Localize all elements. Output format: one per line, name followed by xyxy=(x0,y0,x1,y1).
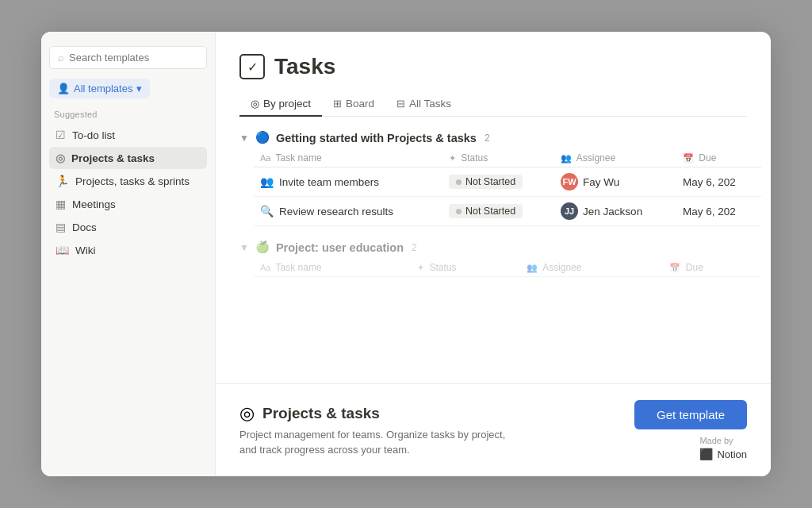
modal: ⌕ 👤 All templates ▾ Suggested ☑ To-do li… xyxy=(41,32,771,476)
assignee-cell: JJ Jen Jackson xyxy=(554,197,676,226)
tab-by-project-label: By project xyxy=(263,98,311,110)
page-title: Tasks xyxy=(274,54,335,79)
task-icon: 👥 xyxy=(260,175,274,188)
assignee-cell: FW Fay Wu xyxy=(554,167,676,197)
all-templates-button[interactable]: 👤 All templates ▾ xyxy=(49,79,150,98)
board-icon: ⊞ xyxy=(333,98,342,110)
status-cell: Not Started xyxy=(442,197,554,226)
meetings-icon: ▦ xyxy=(56,198,66,210)
project-name: Getting started with Projects & tasks xyxy=(276,132,477,144)
page-title-icon: ✓ xyxy=(239,54,265,79)
col-due-2: 📅 Due xyxy=(663,259,761,277)
page-title-row: ✓ Tasks xyxy=(239,54,747,79)
docs-icon: ▤ xyxy=(56,221,66,233)
sidebar-item-meetings[interactable]: ▦ Meetings xyxy=(49,193,207,215)
sidebar-item-meetings-label: Meetings xyxy=(72,198,116,210)
all-templates-person-icon: 👤 xyxy=(57,83,70,94)
project-header-user-education[interactable]: ▼ 🍏 Project: user education 2 xyxy=(239,241,747,254)
task-name-cell: 👥 Invite team members xyxy=(254,167,442,197)
main-content: ✓ Tasks ◎ By project ⊞ Board ⊟ All Tasks xyxy=(216,32,771,476)
sidebar-item-sprints-label: Projects, tasks & sprints xyxy=(75,175,190,187)
col-due: 📅 Due xyxy=(676,149,761,167)
tabs: ◎ By project ⊞ Board ⊟ All Tasks xyxy=(239,92,747,117)
col-task-name-label-2: Task name xyxy=(276,262,322,273)
todo-icon: ☑ xyxy=(56,129,66,141)
task-name-cell: 🔍 Review research results xyxy=(254,197,442,226)
sidebar-item-wiki-label: Wiki xyxy=(75,244,96,256)
project-group-user-education: ▼ 🍏 Project: user education 2 Aa Task na… xyxy=(239,241,747,277)
col-assignee-2: 👥 Assignee xyxy=(520,259,663,277)
main-scroll: ✓ Tasks ◎ By project ⊞ Board ⊟ All Tasks xyxy=(216,32,771,383)
tab-by-project[interactable]: ◎ By project xyxy=(239,92,322,117)
due-cell: May 6, 202 xyxy=(676,197,761,226)
chevron-down-icon: ▾ xyxy=(136,83,142,94)
all-tasks-icon: ⊟ xyxy=(396,98,405,110)
assignee-name: Fay Wu xyxy=(583,176,619,188)
get-template-button[interactable]: Get template xyxy=(634,400,747,429)
collapse-icon-2: ▼ xyxy=(239,242,249,253)
th-text-icon: Aa xyxy=(260,153,270,163)
task-table-getting-started: Aa Task name ✦ Status 👥 Assignee xyxy=(254,149,761,226)
all-templates-label: All templates xyxy=(74,83,132,94)
tab-board[interactable]: ⊞ Board xyxy=(322,92,385,117)
sidebar-item-todo[interactable]: ☑ To-do list xyxy=(49,124,207,146)
by-project-icon: ◎ xyxy=(251,98,259,110)
task-name: Review research results xyxy=(279,206,393,217)
task-table-user-education: Aa Task name ✦ Status 👥 Assignee xyxy=(254,259,761,277)
sidebar-item-docs-label: Docs xyxy=(72,221,97,233)
col-status-label-2: Status xyxy=(429,262,456,273)
status-label: Not Started xyxy=(465,206,515,217)
col-status-label: Status xyxy=(461,152,488,164)
status-dot xyxy=(456,179,462,185)
sidebar-item-wiki[interactable]: 📖 Wiki xyxy=(49,239,207,261)
col-task-name-label: Task name xyxy=(276,152,322,164)
sidebar-item-todo-label: To-do list xyxy=(72,129,115,141)
bottom-panel-title: Projects & tasks xyxy=(262,405,380,422)
sidebar-item-projects-sprints[interactable]: 🏃 Projects, tasks & sprints xyxy=(49,170,207,192)
project-name-2: Project: user education xyxy=(276,241,404,254)
bottom-right: Get template Made by ⬛ Notion xyxy=(634,400,747,460)
col-assignee-label-2: Assignee xyxy=(542,262,581,273)
sidebar-item-projects-tasks[interactable]: ◎ Projects & tasks xyxy=(49,147,207,169)
col-assignee-label: Assignee xyxy=(576,152,615,164)
project-count-2: 2 xyxy=(412,242,417,253)
wiki-icon: 📖 xyxy=(56,244,69,256)
bottom-panel-icon: ◎ xyxy=(239,403,255,424)
table-row[interactable]: 👥 Invite team members Not Started FW Fay… xyxy=(254,167,761,197)
table-row[interactable]: 🔍 Review research results Not Started JJ… xyxy=(254,197,761,226)
col-due-label: Due xyxy=(699,152,716,164)
th-assignee-icon: 👥 xyxy=(561,153,572,163)
collapse-icon: ▼ xyxy=(239,133,249,144)
col-status-2: ✦ Status xyxy=(411,259,520,277)
col-task-name: Aa Task name xyxy=(254,149,442,167)
project-status-icon: 🔵 xyxy=(255,131,270,144)
made-by: Made by ⬛ Notion xyxy=(699,436,747,460)
project-group-getting-started: ▼ 🔵 Getting started with Projects & task… xyxy=(239,131,747,226)
status-cell: Not Started xyxy=(442,167,554,197)
th-status-icon: ✦ xyxy=(449,153,456,163)
tab-board-label: Board xyxy=(346,98,374,110)
th-status-icon-2: ✦ xyxy=(417,263,424,272)
sidebar-item-projects-tasks-label: Projects & tasks xyxy=(71,152,155,164)
sidebar: ⌕ 👤 All templates ▾ Suggested ☑ To-do li… xyxy=(41,32,216,476)
col-task-name-2: Aa Task name xyxy=(254,259,411,277)
notion-logo-icon: ⬛ xyxy=(699,448,713,460)
sidebar-item-docs[interactable]: ▤ Docs xyxy=(49,216,207,238)
search-box[interactable]: ⌕ xyxy=(49,46,207,69)
bottom-panel: ◎ Projects & tasks Project management fo… xyxy=(216,383,771,476)
tab-all-tasks[interactable]: ⊟ All Tasks xyxy=(385,92,462,117)
status-badge: Not Started xyxy=(449,175,523,189)
tab-all-tasks-label: All Tasks xyxy=(409,98,451,110)
suggested-label: Suggested xyxy=(49,110,207,119)
search-input[interactable] xyxy=(69,52,198,64)
bottom-panel-description: Project management for teams. Organize t… xyxy=(239,427,509,458)
bottom-info: ◎ Projects & tasks Project management fo… xyxy=(239,403,509,458)
project-count: 2 xyxy=(485,133,490,144)
project-header-getting-started[interactable]: ▼ 🔵 Getting started with Projects & task… xyxy=(239,131,747,144)
notion-label: Notion xyxy=(717,448,747,460)
made-by-notion: ⬛ Notion xyxy=(699,448,747,460)
th-due-icon: 📅 xyxy=(683,153,694,163)
th-text-icon-2: Aa xyxy=(260,263,270,272)
col-assignee: 👥 Assignee xyxy=(554,149,676,167)
task-name: Invite team members xyxy=(279,176,379,188)
